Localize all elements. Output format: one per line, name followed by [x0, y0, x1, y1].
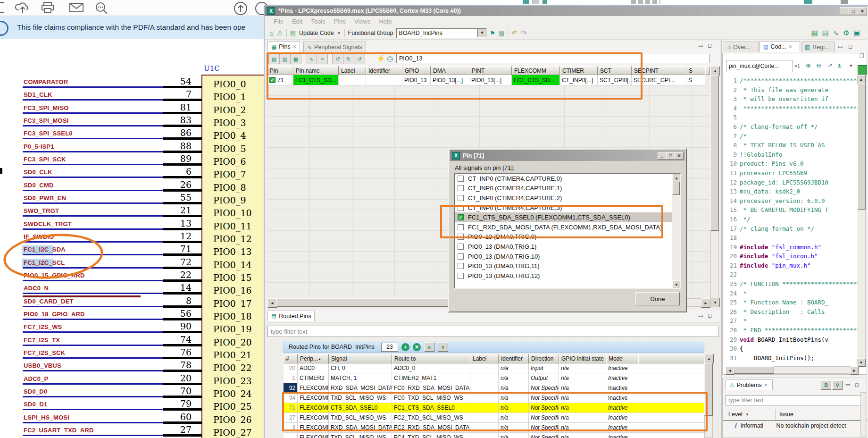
signal-checkbox[interactable] [458, 244, 464, 250]
editor-hscroll-thumb[interactable] [734, 366, 774, 374]
tab-problems[interactable]: ⚠ Problems ✕ [726, 379, 773, 390]
delete-route-button[interactable]: ✕ [413, 343, 421, 351]
signal-checkbox[interactable] [458, 195, 464, 201]
routed-cell[interactable] [470, 373, 499, 383]
home-icon[interactable]: ⌂ [269, 29, 274, 37]
signal-option[interactable]: PIO0_13 (DMA0,TRIG,12) [455, 271, 680, 281]
menu-views[interactable]: Views [350, 18, 375, 25]
warning-icon[interactable]: ⚠ [277, 29, 283, 37]
routed-column-header-route-to[interactable]: Route to [392, 354, 470, 363]
menu-edit[interactable]: Edit [288, 18, 307, 25]
signal-checkbox[interactable] [458, 185, 464, 191]
maximize-view-icon[interactable]: ◻ [855, 382, 859, 388]
routed-cell[interactable]: Inactive [606, 433, 638, 438]
pin-row-cell[interactable]: S [686, 75, 705, 85]
routed-column-header-direction[interactable]: Direction [529, 354, 559, 363]
mcu-chip-icon[interactable] [858, 65, 867, 75]
scroll-down-icon[interactable]: ▼ [857, 358, 866, 367]
signal-checkbox[interactable] [458, 263, 464, 269]
maximize-view-icon[interactable]: ◻ [848, 43, 852, 50]
scroll-up-icon[interactable]: ▲ [857, 75, 866, 84]
routed-cell[interactable]: ADC0_0 [392, 363, 470, 373]
cloud-upload-icon[interactable] [15, 1, 30, 15]
routed-cell[interactable]: CTIMER2 [298, 373, 329, 383]
scroll-up-icon[interactable]: ▲ [710, 66, 720, 76]
signal-option[interactable]: PIO0_13 (DMA0,TRIG,10) [455, 252, 680, 261]
print-icon[interactable] [41, 1, 55, 14]
routed-cell[interactable]: n/a [499, 363, 529, 373]
partial-tool-icon[interactable] [0, 1, 4, 14]
routed-cell[interactable]: CH, 0 [329, 363, 392, 373]
scroll-left-icon[interactable]: ◄ [726, 366, 734, 375]
scroll-down-icon[interactable]: ▼ [710, 298, 720, 307]
signal-option[interactable]: CT_INP0 (CTIMER4,CAPTURE,2) [455, 193, 680, 203]
close-button[interactable]: ✕ [675, 152, 684, 160]
window-titlebar[interactable]: X *Pins - LPCXpresso55S69.mex (LPC55S69,… [265, 6, 867, 16]
routed-column-header-perip-[interactable]: Perip... ▲ [298, 354, 329, 363]
signal-option[interactable]: CT_INP0 (CTIMER4,CAPTURE,0) [455, 174, 680, 184]
tab-pins[interactable]: ▦ Pins ✕ [267, 41, 300, 52]
scroll-down-icon[interactable]: ▼ [672, 280, 681, 289]
routed-column-header-mode[interactable]: Mode [606, 354, 638, 363]
routed-count-box[interactable]: 23 [381, 343, 398, 352]
diff-icon[interactable]: ± [838, 62, 841, 69]
problem-row[interactable]: i Informati No toolchain project detect [723, 420, 867, 431]
routed-cell[interactable]: Output [529, 373, 559, 383]
routed-cell[interactable]: CTIMER2_MAT1 [392, 373, 470, 383]
routed-cell[interactable]: Not Specified [529, 433, 559, 438]
routed-cell[interactable] [470, 433, 499, 438]
scroll-to-top-icon[interactable] [233, 1, 248, 16]
minimize-view-icon[interactable]: ▭ [845, 382, 850, 388]
problems-filter-input[interactable]: type filter text [726, 395, 861, 405]
export-icon[interactable]: ↗ [827, 62, 833, 69]
redo-icon[interactable]: ↷ [521, 29, 527, 37]
pins-table-icon[interactable]: ▦ [811, 29, 818, 37]
tab-peripheral-signals[interactable]: ∿ Peripheral Signals [303, 42, 366, 52]
add-route-button[interactable]: + [401, 343, 409, 351]
chevron-down-icon[interactable]: ▼ [337, 31, 341, 35]
tab-overflow-marker[interactable]: »1 [794, 63, 800, 68]
routed-cell[interactable]: Inactive [606, 373, 638, 383]
signals-icon[interactable]: ∿ [833, 29, 839, 37]
routed-column-header-gpio-initial-state[interactable]: GPIO initial state [559, 354, 606, 363]
email-icon[interactable] [69, 1, 84, 14]
zoom-out-icon[interactable]: ⊖ [816, 62, 821, 69]
problems-col-level[interactable]: Level ▼ [728, 409, 749, 420]
tab-routed-pins[interactable]: ▤ Routed Pins [267, 311, 315, 321]
routed-cell[interactable]: 1 [284, 373, 298, 383]
close-icon[interactable]: ✕ [764, 383, 768, 387]
routed-column-header-signal[interactable]: Signal [329, 354, 392, 363]
update-code-icon[interactable]: ▤ [290, 30, 296, 37]
signal-checkbox[interactable] [458, 253, 464, 260]
editor-menu-icon[interactable]: ▼ [849, 64, 853, 68]
routed-cell[interactable]: n/a [499, 373, 529, 383]
dialog-titlebar[interactable]: X Pin [71] _ □ ✕ [450, 150, 685, 161]
menu-pins[interactable]: Pins [330, 18, 350, 25]
routed-cell[interactable] [284, 433, 298, 438]
routed-cell[interactable]: FC4_TXD_SCL_MISO_WS [392, 433, 470, 438]
routed-column-header--[interactable]: # [284, 354, 298, 363]
update-code-button[interactable]: Update Code [299, 30, 334, 36]
zoom-in-icon[interactable]: ⊕ [806, 62, 811, 69]
scroll-up-icon[interactable]: ▲ [672, 174, 681, 182]
minimize-button[interactable]: _ [840, 7, 849, 15]
menu-file[interactable]: File [269, 18, 288, 25]
editor-vscroll-thumb[interactable] [858, 83, 866, 210]
tab-registers[interactable]: ▥ Regi... [801, 42, 835, 52]
pins-vscroll-thumb[interactable] [710, 75, 719, 231]
routed-cell[interactable]: TXD_SCL_MISO_WS [329, 433, 392, 438]
menu-help[interactable]: Help [375, 18, 396, 25]
scroll-right-icon[interactable]: ► [701, 298, 710, 308]
signal-checkbox[interactable] [458, 176, 464, 182]
routed-column-header-label[interactable]: Label [470, 354, 499, 363]
dialog-vscroll-thumb[interactable] [672, 182, 680, 195]
editor-file-tab[interactable]: pin_mux.c@Corte... [726, 60, 793, 72]
routed-cell[interactable]: n/a [559, 363, 606, 373]
combo-dropdown-icon[interactable]: ▼ [477, 29, 486, 37]
minimize-view-icon[interactable]: ▭ [698, 42, 703, 49]
minimize-view-icon[interactable]: ▭ [698, 312, 703, 319]
signal-option[interactable]: PIO0_13 (DMA0,TRIG,11) [455, 261, 680, 271]
problems-vscrollbar[interactable] [860, 392, 866, 437]
close-icon[interactable]: ✕ [293, 44, 297, 49]
routed-cell[interactable]: FLEXCOMM4 [298, 433, 329, 438]
